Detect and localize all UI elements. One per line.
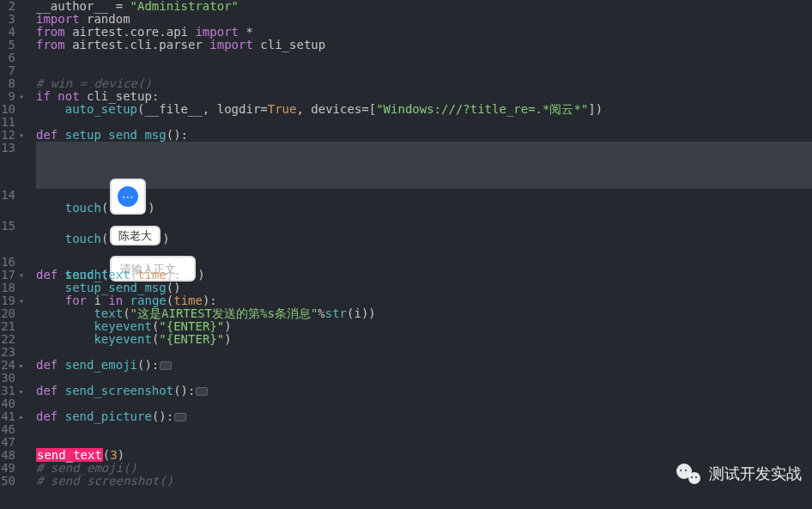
line-num: 4 (0, 26, 15, 39)
fold-indicator-icon[interactable] (174, 413, 186, 421)
line-num: 14 (0, 189, 15, 220)
code-line[interactable]: for i in range(time): (36, 294, 812, 307)
code-line[interactable]: touch(陈老大) (36, 189, 812, 220)
line-num: 30 (0, 372, 15, 385)
line-num: 6 (0, 52, 15, 64)
line-num: 22 (0, 333, 15, 346)
code-line[interactable]: def send_text(time): (36, 269, 812, 282)
code-line[interactable]: setup_send_msg() (36, 282, 812, 294)
code-editor: 2 3 4 5 6 7 8 9▾ 10 11 12▾ 13 14 15 16 1… (0, 0, 812, 509)
code-line[interactable]: import random (36, 13, 812, 26)
code-line[interactable] (36, 52, 812, 64)
highlighted-call: send_text (36, 448, 103, 462)
watermark-text: 测试开发实战 (709, 464, 802, 484)
line-num[interactable]: 41▸ (0, 410, 15, 423)
code-line[interactable]: from airtest.cli.parser import cli_setup (36, 39, 812, 52)
fold-marker-icon[interactable]: ▾ (19, 90, 24, 103)
line-num: 40 (0, 397, 15, 410)
line-num[interactable]: 9▾ (0, 90, 15, 103)
line-num: 5 (0, 39, 15, 52)
code-line[interactable] (36, 436, 812, 449)
fold-marker-icon[interactable]: ▾ (19, 294, 24, 307)
line-num: 15 (0, 220, 15, 256)
line-num: 47 (0, 436, 15, 449)
line-num: 21 (0, 320, 15, 333)
line-num[interactable]: 24▸ (0, 359, 15, 372)
code-line[interactable]: def send_emoji(): (36, 359, 812, 372)
code-line[interactable] (36, 423, 812, 436)
fold-marker-icon[interactable]: ▸ (19, 410, 24, 423)
line-num: 7 (0, 64, 15, 77)
line-number-gutter: 2 3 4 5 6 7 8 9▾ 10 11 12▾ 13 14 15 16 1… (0, 0, 24, 509)
code-line[interactable] (36, 346, 812, 359)
code-line[interactable]: def setup_send_msg(): (36, 129, 812, 142)
fold-marker-icon[interactable]: ▸ (19, 385, 24, 397)
line-num: 48 (0, 449, 15, 462)
fold-indicator-icon[interactable] (196, 387, 208, 396)
code-line[interactable]: __author__ = "Administrator" (36, 0, 812, 13)
code-line[interactable] (36, 64, 812, 77)
code-line[interactable]: auto_setup(__file__, logdir=True, device… (36, 103, 812, 116)
code-line[interactable]: keyevent("{ENTER}") (36, 320, 812, 333)
code-line[interactable]: from airtest.core.api import * (36, 26, 812, 39)
line-num: 2 (0, 0, 15, 13)
code-line[interactable]: # win = device() (36, 77, 812, 90)
code-line[interactable] (36, 256, 812, 269)
code-line[interactable]: def send_screenshot(): (36, 385, 812, 397)
line-num: 23 (0, 346, 15, 359)
code-content[interactable]: __author__ = "Administrator" import rand… (24, 0, 812, 509)
fold-marker-icon[interactable]: ▸ (19, 359, 24, 372)
code-line[interactable] (36, 372, 812, 385)
code-line[interactable]: def send_picture(): (36, 410, 812, 423)
line-num: 18 (0, 282, 15, 294)
line-num: 20 (0, 307, 15, 320)
wechat-icon (675, 460, 702, 488)
code-line[interactable] (36, 397, 812, 410)
line-num: 10 (0, 103, 15, 116)
watermark: 测试开发实战 (675, 460, 802, 488)
code-line-highlighted[interactable]: touch(•••) (36, 142, 812, 189)
line-num[interactable]: 17▾ (0, 269, 15, 282)
code-line[interactable]: touch(请输入正文) (36, 220, 812, 256)
line-num: 3 (0, 13, 15, 26)
line-num[interactable]: 12▾ (0, 129, 15, 142)
code-line[interactable] (36, 116, 812, 129)
fold-indicator-icon[interactable] (160, 361, 172, 370)
line-num: 49 (0, 462, 15, 475)
fold-marker-icon[interactable]: ▾ (19, 269, 24, 282)
line-num[interactable]: 19▾ (0, 294, 15, 307)
line-num: 8 (0, 77, 15, 90)
line-num: 11 (0, 116, 15, 129)
line-num: 46 (0, 423, 15, 436)
code-line[interactable]: if not cli_setup: (36, 90, 812, 103)
code-line[interactable]: keyevent("{ENTER}") (36, 333, 812, 346)
line-num: 13 (0, 142, 15, 189)
line-num: 16 (0, 256, 15, 269)
line-num: 50 (0, 475, 15, 488)
code-line[interactable]: text("这是AIRTEST发送的第%s条消息"%str(i)) (36, 307, 812, 320)
fold-marker-icon[interactable]: ▾ (19, 129, 24, 142)
line-num[interactable]: 31▸ (0, 385, 15, 397)
